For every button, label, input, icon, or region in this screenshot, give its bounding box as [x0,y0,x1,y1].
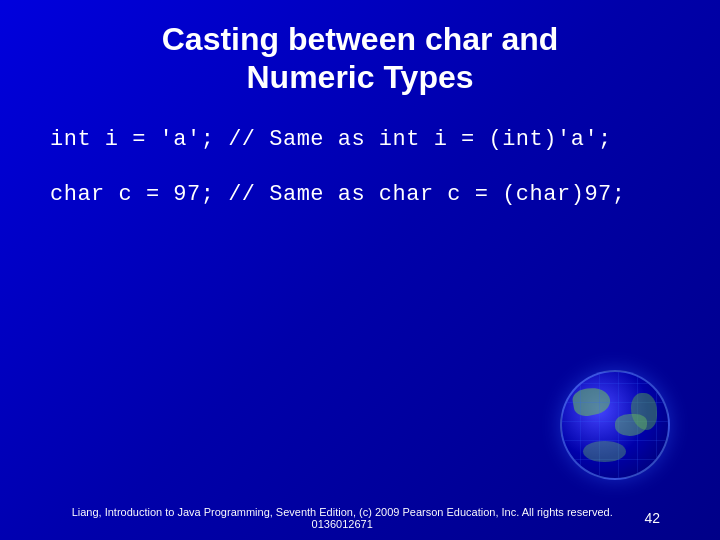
page-number: 42 [644,510,660,526]
globe-land-2 [583,441,625,462]
globe-land-1 [631,393,658,430]
footer-text: Liang, Introduction to Java Programming,… [60,506,624,530]
slide-container: Casting between char and Numeric Types i… [0,0,720,540]
globe-sphere [560,370,670,480]
slide-footer: Liang, Introduction to Java Programming,… [0,506,720,530]
title-area: Casting between char and Numeric Types [40,20,680,97]
code-line-1: int i = 'a'; // Same as int i = (int)'a'… [40,127,612,152]
code-line-2: char c = 97; // Same as char c = (char)9… [40,182,626,207]
slide-title: Casting between char and Numeric Types [40,20,680,97]
globe-decoration [560,370,680,490]
